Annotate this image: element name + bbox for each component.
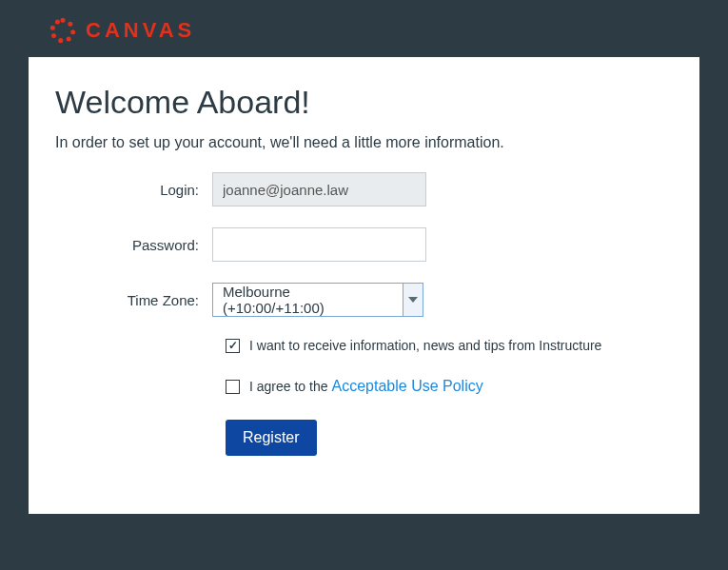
policy-checkbox-row[interactable]: I agree to the Acceptable Use Policy: [226, 378, 673, 395]
svg-point-6: [50, 26, 55, 30]
header-bar: CANVAS: [29, 0, 699, 57]
timezone-value: Melbourne (+10:00/+11:00): [212, 283, 403, 317]
svg-point-7: [55, 20, 60, 25]
svg-point-2: [70, 29, 75, 34]
canvas-logo-icon: [49, 17, 76, 44]
timezone-label: Time Zone:: [55, 292, 212, 308]
login-label: Login:: [55, 182, 212, 198]
svg-point-4: [58, 38, 63, 43]
newsletter-checkbox[interactable]: [226, 339, 240, 353]
password-row: Password:: [55, 227, 673, 262]
brand-name: CANVAS: [86, 18, 195, 43]
password-input[interactable]: [212, 227, 426, 262]
policy-checkbox[interactable]: [226, 380, 240, 394]
brand-logo: CANVAS: [49, 17, 195, 44]
svg-point-1: [68, 22, 72, 27]
acceptable-use-policy-link[interactable]: Acceptable Use Policy: [332, 378, 483, 395]
timezone-row: Time Zone: Melbourne (+10:00/+11:00): [55, 283, 673, 317]
svg-point-5: [51, 33, 56, 38]
newsletter-label: I want to receive information, news and …: [249, 338, 601, 353]
svg-point-3: [67, 36, 71, 41]
page-subtitle: In order to set up your account, we'll n…: [55, 134, 673, 151]
password-label: Password:: [55, 237, 212, 253]
register-button[interactable]: Register: [226, 420, 317, 456]
chevron-down-icon[interactable]: [403, 283, 423, 317]
policy-prefix: I agree to the: [249, 379, 328, 394]
registration-card: Welcome Aboard! In order to set up your …: [29, 57, 699, 514]
page-title: Welcome Aboard!: [55, 84, 673, 121]
login-row: Login:: [55, 172, 673, 206]
newsletter-checkbox-row[interactable]: I want to receive information, news and …: [226, 338, 673, 353]
svg-point-0: [60, 18, 65, 23]
timezone-select[interactable]: Melbourne (+10:00/+11:00): [212, 283, 423, 317]
login-input: [212, 172, 426, 206]
